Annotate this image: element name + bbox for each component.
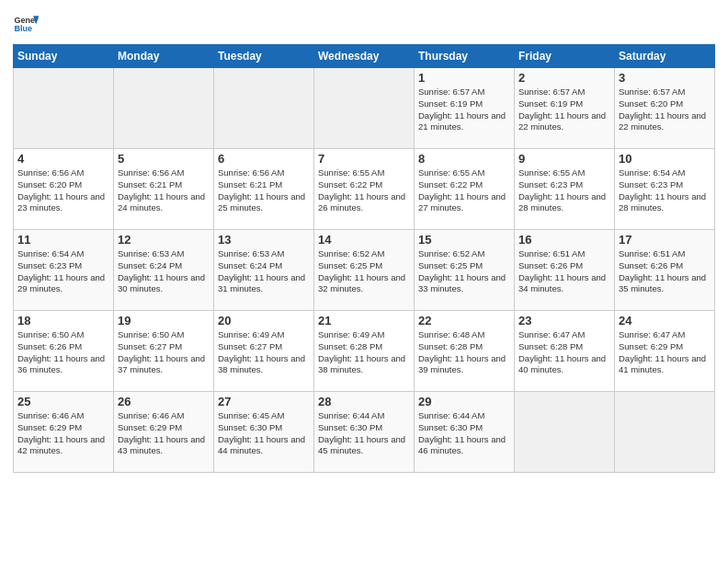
day-number: 5 xyxy=(118,152,210,166)
calendar-cell xyxy=(114,68,214,149)
calendar-cell xyxy=(214,68,314,149)
day-number: 10 xyxy=(619,152,711,166)
day-info: Sunrise: 6:53 AM Sunset: 6:24 PM Dayligh… xyxy=(218,248,310,295)
day-number: 7 xyxy=(318,152,410,166)
calendar-cell: 21Sunrise: 6:49 AM Sunset: 6:28 PM Dayli… xyxy=(314,311,415,392)
day-number: 12 xyxy=(118,233,210,247)
day-info: Sunrise: 6:50 AM Sunset: 6:26 PM Dayligh… xyxy=(17,329,109,376)
day-number: 16 xyxy=(518,233,610,247)
day-info: Sunrise: 6:51 AM Sunset: 6:26 PM Dayligh… xyxy=(518,248,610,295)
day-info: Sunrise: 6:54 AM Sunset: 6:23 PM Dayligh… xyxy=(619,167,711,214)
calendar-week-1: 1Sunrise: 6:57 AM Sunset: 6:19 PM Daylig… xyxy=(14,68,715,149)
calendar-cell: 17Sunrise: 6:51 AM Sunset: 6:26 PM Dayli… xyxy=(615,230,715,311)
header: General Blue xyxy=(13,11,715,37)
day-info: Sunrise: 6:47 AM Sunset: 6:29 PM Dayligh… xyxy=(619,329,711,376)
calendar-cell: 7Sunrise: 6:55 AM Sunset: 6:22 PM Daylig… xyxy=(314,149,415,230)
logo: General Blue xyxy=(13,11,42,37)
calendar-cell xyxy=(615,392,715,473)
calendar-table: SundayMondayTuesdayWednesdayThursdayFrid… xyxy=(13,44,715,473)
day-info: Sunrise: 6:46 AM Sunset: 6:29 PM Dayligh… xyxy=(17,410,109,457)
day-number: 19 xyxy=(118,314,210,327)
day-info: Sunrise: 6:45 AM Sunset: 6:30 PM Dayligh… xyxy=(218,410,310,457)
day-info: Sunrise: 6:44 AM Sunset: 6:30 PM Dayligh… xyxy=(418,410,510,457)
calendar-cell: 12Sunrise: 6:53 AM Sunset: 6:24 PM Dayli… xyxy=(114,230,214,311)
logo-icon: General Blue xyxy=(13,11,39,37)
calendar-cell: 11Sunrise: 6:54 AM Sunset: 6:23 PM Dayli… xyxy=(14,230,114,311)
calendar-cell: 22Sunrise: 6:48 AM Sunset: 6:28 PM Dayli… xyxy=(415,311,515,392)
calendar-cell: 18Sunrise: 6:50 AM Sunset: 6:26 PM Dayli… xyxy=(14,311,114,392)
col-header-friday: Friday xyxy=(515,45,615,68)
day-info: Sunrise: 6:49 AM Sunset: 6:28 PM Dayligh… xyxy=(318,329,410,376)
calendar-cell: 28Sunrise: 6:44 AM Sunset: 6:30 PM Dayli… xyxy=(314,392,415,473)
day-info: Sunrise: 6:48 AM Sunset: 6:28 PM Dayligh… xyxy=(418,329,510,376)
day-number: 11 xyxy=(17,233,109,247)
calendar-cell: 4Sunrise: 6:56 AM Sunset: 6:20 PM Daylig… xyxy=(14,149,114,230)
day-info: Sunrise: 6:51 AM Sunset: 6:26 PM Dayligh… xyxy=(619,248,711,295)
col-header-thursday: Thursday xyxy=(415,45,515,68)
col-header-tuesday: Tuesday xyxy=(214,45,314,68)
calendar-cell xyxy=(515,392,615,473)
calendar-cell: 25Sunrise: 6:46 AM Sunset: 6:29 PM Dayli… xyxy=(14,392,114,473)
day-info: Sunrise: 6:57 AM Sunset: 6:19 PM Dayligh… xyxy=(518,86,610,133)
day-info: Sunrise: 6:50 AM Sunset: 6:27 PM Dayligh… xyxy=(118,329,210,376)
day-number: 13 xyxy=(218,233,310,247)
calendar-cell: 19Sunrise: 6:50 AM Sunset: 6:27 PM Dayli… xyxy=(114,311,214,392)
calendar-cell: 14Sunrise: 6:52 AM Sunset: 6:25 PM Dayli… xyxy=(314,230,415,311)
calendar-week-2: 4Sunrise: 6:56 AM Sunset: 6:20 PM Daylig… xyxy=(14,149,715,230)
day-number: 21 xyxy=(318,314,410,327)
calendar-week-5: 25Sunrise: 6:46 AM Sunset: 6:29 PM Dayli… xyxy=(14,392,715,473)
calendar-cell: 24Sunrise: 6:47 AM Sunset: 6:29 PM Dayli… xyxy=(615,311,715,392)
calendar-cell: 29Sunrise: 6:44 AM Sunset: 6:30 PM Dayli… xyxy=(415,392,515,473)
calendar-cell: 16Sunrise: 6:51 AM Sunset: 6:26 PM Dayli… xyxy=(515,230,615,311)
calendar-week-4: 18Sunrise: 6:50 AM Sunset: 6:26 PM Dayli… xyxy=(14,311,715,392)
day-number: 15 xyxy=(418,233,510,247)
day-number: 4 xyxy=(17,152,109,166)
calendar-cell: 20Sunrise: 6:49 AM Sunset: 6:27 PM Dayli… xyxy=(214,311,314,392)
day-number: 6 xyxy=(218,152,310,166)
day-info: Sunrise: 6:46 AM Sunset: 6:29 PM Dayligh… xyxy=(118,410,210,457)
day-number: 27 xyxy=(218,395,310,408)
day-info: Sunrise: 6:52 AM Sunset: 6:25 PM Dayligh… xyxy=(418,248,510,295)
day-number: 28 xyxy=(318,395,410,408)
day-number: 18 xyxy=(17,314,109,327)
calendar-cell: 9Sunrise: 6:55 AM Sunset: 6:23 PM Daylig… xyxy=(515,149,615,230)
day-number: 23 xyxy=(518,314,610,327)
day-info: Sunrise: 6:55 AM Sunset: 6:22 PM Dayligh… xyxy=(418,167,510,214)
calendar-cell xyxy=(14,68,114,149)
day-info: Sunrise: 6:53 AM Sunset: 6:24 PM Dayligh… xyxy=(118,248,210,295)
day-number: 2 xyxy=(518,71,610,85)
col-header-sunday: Sunday xyxy=(14,45,114,68)
calendar-cell: 13Sunrise: 6:53 AM Sunset: 6:24 PM Dayli… xyxy=(214,230,314,311)
day-info: Sunrise: 6:47 AM Sunset: 6:28 PM Dayligh… xyxy=(518,329,610,376)
calendar-cell: 23Sunrise: 6:47 AM Sunset: 6:28 PM Dayli… xyxy=(515,311,615,392)
calendar-cell xyxy=(314,68,415,149)
day-number: 29 xyxy=(418,395,510,408)
svg-text:Blue: Blue xyxy=(14,24,32,33)
calendar-cell: 8Sunrise: 6:55 AM Sunset: 6:22 PM Daylig… xyxy=(415,149,515,230)
day-number: 25 xyxy=(17,395,109,408)
day-info: Sunrise: 6:55 AM Sunset: 6:23 PM Dayligh… xyxy=(518,167,610,214)
day-info: Sunrise: 6:44 AM Sunset: 6:30 PM Dayligh… xyxy=(318,410,410,457)
calendar-page: General Blue SundayMondayTuesdayWednesda… xyxy=(0,0,728,563)
day-number: 1 xyxy=(418,71,510,85)
calendar-cell: 5Sunrise: 6:56 AM Sunset: 6:21 PM Daylig… xyxy=(114,149,214,230)
day-number: 24 xyxy=(619,314,711,327)
day-number: 22 xyxy=(418,314,510,327)
day-number: 9 xyxy=(518,152,610,166)
day-number: 3 xyxy=(619,71,711,85)
day-info: Sunrise: 6:55 AM Sunset: 6:22 PM Dayligh… xyxy=(318,167,410,214)
day-info: Sunrise: 6:52 AM Sunset: 6:25 PM Dayligh… xyxy=(318,248,410,295)
col-header-wednesday: Wednesday xyxy=(314,45,415,68)
calendar-cell: 26Sunrise: 6:46 AM Sunset: 6:29 PM Dayli… xyxy=(114,392,214,473)
calendar-cell: 27Sunrise: 6:45 AM Sunset: 6:30 PM Dayli… xyxy=(214,392,314,473)
day-info: Sunrise: 6:49 AM Sunset: 6:27 PM Dayligh… xyxy=(218,329,310,376)
day-info: Sunrise: 6:56 AM Sunset: 6:21 PM Dayligh… xyxy=(218,167,310,214)
calendar-cell: 3Sunrise: 6:57 AM Sunset: 6:20 PM Daylig… xyxy=(615,68,715,149)
col-header-saturday: Saturday xyxy=(615,45,715,68)
day-number: 14 xyxy=(318,233,410,247)
day-info: Sunrise: 6:57 AM Sunset: 6:19 PM Dayligh… xyxy=(418,86,510,133)
day-info: Sunrise: 6:57 AM Sunset: 6:20 PM Dayligh… xyxy=(619,86,711,133)
calendar-cell: 6Sunrise: 6:56 AM Sunset: 6:21 PM Daylig… xyxy=(214,149,314,230)
calendar-cell: 2Sunrise: 6:57 AM Sunset: 6:19 PM Daylig… xyxy=(515,68,615,149)
day-number: 8 xyxy=(418,152,510,166)
